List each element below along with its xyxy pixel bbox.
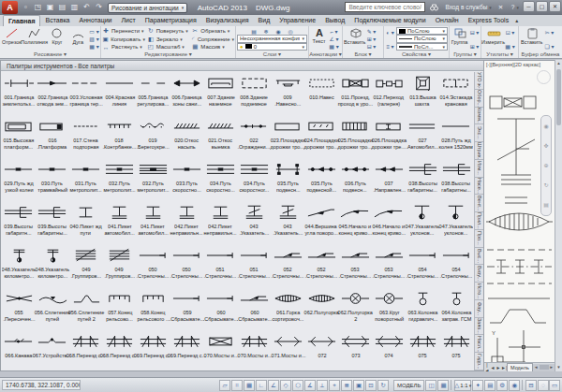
palette-tool[interactable]: 004.Краснаялиния	[103, 72, 137, 115]
palette-tool[interactable]: 056.Сплетениепутей	[36, 287, 69, 330]
group-button[interactable]: Группа	[451, 27, 469, 51]
status-toggle-object-snap-tracking[interactable]: ∡	[304, 380, 316, 391]
palette-tool[interactable]: 049.Группиров...	[69, 244, 103, 287]
palette-tool[interactable]: 048.Указателькилометро...	[2, 244, 36, 287]
palette-tool[interactable]: 027.Автомобил...	[406, 115, 439, 158]
palette-tool[interactable]: 047.Указательуклонов...	[439, 201, 473, 244]
status-toggle-dynamic-ucs[interactable]: ⟂	[317, 380, 328, 391]
status-toggle-show-lineweight[interactable]: ≣	[341, 380, 352, 391]
modify-Массив[interactable]: ▦Массив▾	[191, 43, 234, 51]
layer-properties-icon[interactable]: ▤	[249, 27, 259, 35]
panel-caption-annotate[interactable]: Аннотации ▾	[309, 51, 342, 58]
palette-tool[interactable]: 007.Зданиеназемное	[204, 72, 238, 115]
exchange-apps-icon[interactable]: ✕	[496, 2, 507, 12]
ungroup-icon[interactable]: ⊟ ▾	[469, 28, 480, 36]
palette-tool[interactable]: 066.Канава	[2, 330, 36, 370]
palette-tool[interactable]: 015.Высокаяплатформ...	[2, 115, 36, 158]
palette-tool[interactable]: 006.Границазоны сани...	[170, 72, 204, 115]
tab-Вывод[interactable]: Вывод	[320, 15, 349, 26]
isolate-objects-icon[interactable]: ◌	[538, 380, 549, 391]
scroll-left-icon[interactable]: ◄	[534, 365, 538, 370]
palette-tool[interactable]: 052.Стрелочны...	[271, 244, 304, 287]
panel-caption-groups[interactable]: Группы ▾	[450, 51, 481, 58]
zoom-icon[interactable]: ⊕	[543, 163, 548, 168]
palette-tool[interactable]: 074	[372, 330, 406, 370]
palette-tool[interactable]: 070.Мосты и...	[204, 330, 238, 370]
palette-tool[interactable]: 042.Пикетнеправильн...	[170, 201, 203, 244]
panel-caption-clipboard[interactable]: Буфер обмена	[519, 51, 562, 58]
palette-tool[interactable]: 008.Зданиеподземное	[238, 72, 272, 115]
palette-tab-Выс...[interactable]: Выс...	[475, 248, 483, 266]
palette-tool[interactable]: 068.Переезд с...	[103, 330, 137, 370]
palette-tool[interactable]: 032.Путьметрополит...	[103, 158, 137, 201]
tab-Подключаемые модули[interactable]: Подключаемые модули	[349, 15, 430, 26]
modify-Масштаб[interactable]: ◰Масштаб▾	[147, 43, 190, 51]
modify-Зеркало[interactable]: ◧Зеркало▾	[147, 36, 189, 43]
palette-tool[interactable]: 014.Эстакадакрановая	[439, 72, 473, 115]
workspace-switching-button[interactable]: ⚙	[496, 380, 508, 391]
layer-off-icon[interactable]: ◎	[286, 27, 296, 35]
palette-tool[interactable]: 045.Начало иконец криво...	[338, 201, 372, 244]
palette-tool[interactable]: 049.Группиров...	[103, 244, 137, 287]
quick-view-layouts-button[interactable]: ◫	[425, 380, 436, 391]
palette-tool[interactable]: 037.Направлен...	[372, 158, 406, 201]
plot-notification-icon[interactable]: ⊟	[525, 380, 537, 391]
tab-Вставка[interactable]: Вставка	[40, 15, 74, 26]
status-toggle-polar-tracking[interactable]: ∠	[268, 380, 279, 391]
binoculars-icon[interactable]	[428, 2, 440, 12]
copy-clip-icon[interactable]: ❏ ▾	[544, 42, 555, 50]
palette-tool[interactable]: 003.Условнаяграница тер...	[69, 72, 103, 115]
palette-tool[interactable]: 070.Мосты и...	[238, 330, 272, 370]
palette-tool[interactable]: 034.Путьскоростног...	[238, 158, 272, 201]
palette-tool[interactable]: 044.Вершинаугла поворо...	[304, 201, 338, 244]
circle-button[interactable]: Круг	[46, 27, 67, 51]
scroll-up-icon[interactable]: ▲	[555, 60, 562, 67]
tab-Главная[interactable]: Главная	[3, 15, 40, 26]
palette-tool[interactable]: 042.Пикетнеправильн...	[203, 201, 237, 244]
dimension-icon[interactable]: ⌐ ▾	[329, 28, 339, 36]
annotation-autoscale-button[interactable]: ▤	[484, 380, 495, 391]
palette-title-bar[interactable]: Палитры инструментов - Все палитры	[1, 61, 483, 71]
palette-tool[interactable]: 064.Колонказаправ. ГСМ	[439, 287, 473, 330]
palette-tool[interactable]: 075	[406, 330, 439, 370]
palette-tool[interactable]: 030.Путьтрамвайный	[36, 158, 69, 201]
palette-tool[interactable]: 055.Пересечен...	[2, 287, 36, 330]
palette-tab-Заяв...[interactable]: Заяв...	[475, 318, 483, 336]
palette-tab-Вент...[interactable]: Вент...	[475, 195, 483, 212]
scroll-right-icon[interactable]: ►	[550, 365, 554, 370]
scrollbar-thumb[interactable]	[556, 69, 561, 125]
palette-tool[interactable]: 011.Проезд,проход в уро...	[338, 72, 372, 115]
palette-tool[interactable]: 062.Полугорка	[305, 287, 339, 330]
palette-tool[interactable]: 075	[439, 330, 473, 370]
color-dropdown[interactable]: ПоСлою ▾	[396, 27, 448, 35]
orbit-icon[interactable]: ↻	[543, 182, 548, 188]
vertical-scrollbar[interactable]: ▲ ▼	[555, 60, 562, 371]
palette-tab-Комм...[interactable]: Комм...	[475, 108, 483, 125]
status-toggle-3d-object-snap[interactable]: ⬡	[292, 380, 303, 391]
panel-caption-modify[interactable]: Редактирование ▾	[101, 51, 235, 58]
status-toggle-dynamic-input[interactable]: ⌖	[329, 380, 340, 391]
showmotion-icon[interactable]: ▤	[543, 202, 549, 208]
insert-block-button[interactable]: Вставить	[344, 27, 366, 51]
modify-Обрезать[interactable]: ✂Обрезать▾	[191, 27, 234, 35]
annotation-visibility-button[interactable]: ✦	[472, 380, 483, 391]
navigation-bar[interactable]: ◉ ✥ ⊕ ↻ ▤	[540, 115, 552, 216]
measure-button[interactable]: Измерить	[482, 27, 505, 51]
create-block-icon[interactable]: ⊞ ▾	[366, 36, 377, 43]
palette-tool[interactable]: 043.Указатель...	[271, 201, 304, 244]
tab-Онлайн[interactable]: Онлайн	[431, 15, 464, 26]
line-button[interactable]: Отрезок	[1, 27, 22, 51]
text-button[interactable]: A Текст	[310, 27, 329, 51]
palette-tool[interactable]: 051.Стрелочны...	[237, 244, 271, 287]
palette-tool[interactable]: 059.Сбрасывате...	[170, 287, 204, 330]
palette-tab-Насл...[interactable]: Насл...	[475, 335, 483, 353]
tab-Управление[interactable]: Управление	[274, 15, 320, 26]
status-toggle-object-snap[interactable]: ◇	[280, 380, 291, 391]
canvas-symbol-passage[interactable]	[490, 96, 536, 109]
palette-tool[interactable]: 025.Площадкидорожки тро...	[338, 115, 372, 158]
modify-Перенести[interactable]: ✚Перенести▾	[102, 27, 145, 35]
palette-tool[interactable]: 039.Высотыгабаритны...	[36, 201, 69, 244]
leader-icon[interactable]: ∠ ▾	[329, 36, 339, 43]
drawing-area[interactable]: [-][Верхняя][2D каркас]	[484, 60, 555, 371]
toolbar-lock-button[interactable]: ◉	[509, 380, 520, 391]
